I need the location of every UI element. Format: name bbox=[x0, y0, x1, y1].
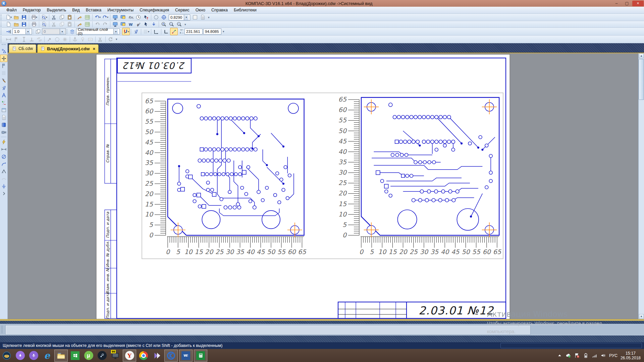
internet-explorer-icon[interactable]: e bbox=[40, 349, 54, 362]
grid-icon[interactable]: ▾ bbox=[142, 28, 150, 35]
corner-icon[interactable] bbox=[162, 28, 170, 35]
vertical-scrollbar[interactable]: ▲ ▼ bbox=[638, 53, 644, 319]
monitor-icon[interactable] bbox=[111, 21, 119, 28]
step-combo[interactable]: 1.0 ▾ bbox=[12, 28, 32, 35]
preview-icon[interactable]: ▾ bbox=[40, 14, 48, 21]
menu-insert[interactable]: Вставка bbox=[83, 7, 104, 13]
minimize-button[interactable]: – bbox=[611, 1, 622, 6]
diam-icon[interactable] bbox=[0, 153, 7, 160]
pgdn-icon[interactable] bbox=[150, 21, 158, 28]
disk-app-icon[interactable] bbox=[13, 349, 27, 362]
wdoc-icon[interactable] bbox=[127, 21, 135, 28]
scissors-icon[interactable] bbox=[50, 14, 58, 21]
redo-icon[interactable]: ▾ bbox=[101, 14, 109, 21]
folder-icon[interactable] bbox=[12, 21, 20, 28]
kmplayer-icon[interactable] bbox=[150, 349, 164, 362]
toolbar-overflow-icon[interactable]: ▾ bbox=[184, 23, 186, 26]
steam-icon[interactable] bbox=[95, 349, 109, 362]
menu-help[interactable]: Справка bbox=[208, 7, 231, 13]
gridpage-icon[interactable] bbox=[0, 114, 7, 121]
zoomout-icon[interactable] bbox=[175, 21, 183, 28]
brush-icon[interactable] bbox=[76, 14, 84, 21]
expand-icon[interactable] bbox=[0, 190, 7, 197]
chevron-down-icon[interactable]: ▾ bbox=[113, 29, 118, 34]
dimh-icon[interactable] bbox=[0, 145, 7, 153]
table-icon[interactable] bbox=[84, 21, 91, 28]
menu-file[interactable]: Файл bbox=[3, 7, 20, 13]
tray-expand-icon[interactable] bbox=[557, 353, 562, 358]
copy2-icon[interactable] bbox=[58, 14, 66, 21]
volume-icon[interactable] bbox=[600, 353, 606, 358]
chevron-down-icon[interactable]: ▾ bbox=[184, 15, 189, 20]
copy2-icon[interactable] bbox=[34, 28, 42, 35]
tab-vlad-dorozhki-cdw[interactable]: Влад(Дорожки).cdw × bbox=[37, 44, 99, 53]
tab-close-icon[interactable]: × bbox=[93, 46, 95, 51]
menu-select[interactable]: Выделить bbox=[44, 7, 69, 13]
layers-icon[interactable] bbox=[68, 28, 76, 35]
game-monitor-icon[interactable]: 99 bbox=[109, 349, 122, 362]
network-error-icon[interactable] bbox=[574, 353, 580, 358]
flagv-icon[interactable] bbox=[0, 62, 7, 69]
parallel-icon[interactable] bbox=[0, 84, 7, 92]
maximize-button[interactable]: ▢ bbox=[622, 1, 632, 6]
table-icon[interactable] bbox=[84, 14, 91, 21]
windows-store-icon[interactable] bbox=[68, 349, 82, 362]
menu-window[interactable]: Окно bbox=[193, 7, 208, 13]
dcircle-icon[interactable] bbox=[152, 14, 160, 21]
tab-sb-cdw[interactable]: СБ.cdw bbox=[9, 44, 36, 53]
ortho-icon[interactable] bbox=[170, 28, 178, 35]
toolbar-grip[interactable] bbox=[1, 36, 4, 42]
plusminus-icon[interactable] bbox=[0, 99, 7, 106]
start-button[interactable] bbox=[0, 349, 13, 362]
ptsel-icon[interactable] bbox=[0, 47, 7, 55]
page-icon[interactable] bbox=[5, 21, 12, 28]
gnd-icon[interactable] bbox=[0, 182, 7, 190]
undo-icon[interactable]: ▾ bbox=[94, 14, 101, 21]
yandex-browser-icon[interactable]: Y bbox=[123, 350, 136, 362]
step-icon[interactable] bbox=[5, 28, 12, 35]
scrollbar-thumb[interactable] bbox=[639, 59, 644, 100]
close-button[interactable]: × bbox=[632, 1, 644, 6]
battery-icon[interactable] bbox=[583, 353, 589, 358]
target-icon[interactable] bbox=[160, 14, 168, 21]
phi-icon[interactable] bbox=[135, 21, 142, 28]
toolbar-overflow-icon[interactable]: ▾ bbox=[116, 38, 117, 41]
brush-icon[interactable] bbox=[76, 21, 84, 28]
toolbar-grip[interactable] bbox=[1, 14, 4, 20]
compassA-icon[interactable] bbox=[0, 92, 7, 99]
layer-combo[interactable]: Системный слой (0) ▾ bbox=[76, 28, 120, 35]
toolbar-overflow-icon[interactable]: ▾ bbox=[223, 30, 224, 33]
arcr-icon[interactable] bbox=[0, 160, 7, 168]
chevron-down-icon[interactable]: ▾ bbox=[25, 29, 30, 34]
coordinate-y-field[interactable]: 94.8085 bbox=[203, 28, 221, 35]
clock[interactable]: 15:17 26.05.2018 bbox=[621, 351, 641, 360]
floppy-icon[interactable] bbox=[20, 21, 28, 28]
signal-strength-icon[interactable] bbox=[592, 353, 597, 358]
monitor2-icon[interactable] bbox=[119, 21, 127, 28]
monitor2-icon[interactable] bbox=[119, 14, 127, 21]
fx-icon[interactable] bbox=[127, 14, 135, 21]
folder-icon[interactable] bbox=[12, 14, 20, 21]
menu-service[interactable]: Сервис bbox=[172, 7, 193, 13]
zoomin-icon[interactable] bbox=[160, 21, 168, 28]
toolbar-grip[interactable] bbox=[1, 22, 4, 27]
menu-editor[interactable]: Редактор bbox=[20, 7, 44, 13]
file-explorer-icon[interactable] bbox=[54, 350, 68, 362]
page-icon[interactable]: ▾ bbox=[5, 14, 12, 21]
paste-icon[interactable] bbox=[66, 14, 73, 21]
menu-view[interactable]: Вид bbox=[69, 7, 83, 13]
scroll-up-icon[interactable]: ▲ bbox=[639, 53, 644, 58]
lightning-icon[interactable] bbox=[0, 138, 7, 145]
book-icon[interactable] bbox=[0, 121, 7, 128]
zoom-scale-combo[interactable]: 0.8290 ▾ bbox=[169, 14, 190, 20]
preview-icon[interactable] bbox=[40, 21, 48, 28]
floppy-icon[interactable] bbox=[20, 14, 28, 21]
help-icon[interactable] bbox=[142, 14, 150, 21]
word-icon[interactable]: W bbox=[179, 350, 193, 362]
monitor-icon[interactable] bbox=[111, 14, 119, 21]
toolbar-overflow-icon[interactable]: ▾ bbox=[208, 16, 210, 19]
menu-specification[interactable]: Спецификация bbox=[137, 7, 172, 13]
chrome-icon[interactable] bbox=[137, 349, 150, 362]
panel-icon[interactable] bbox=[0, 106, 7, 114]
calculator-icon[interactable] bbox=[194, 350, 207, 362]
